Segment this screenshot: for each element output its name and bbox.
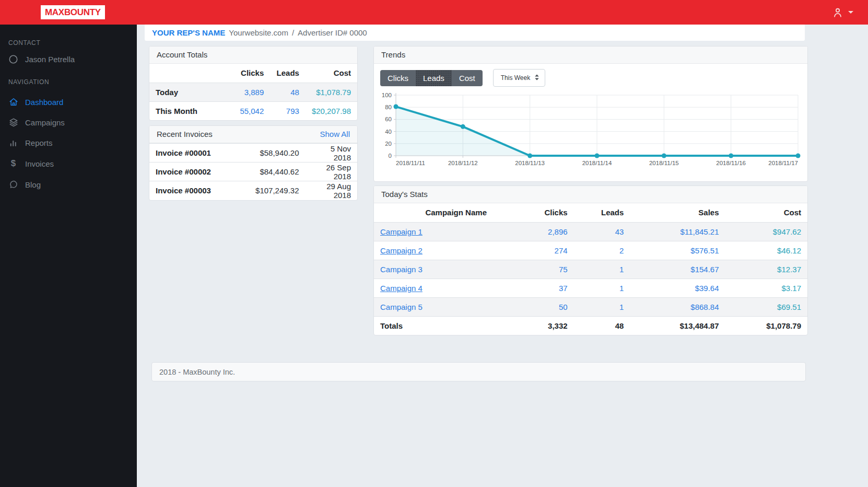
col-campaign-name: Campaign Name [374,203,538,222]
invoice-name[interactable]: Invoice #00003 [149,181,243,200]
month-cost[interactable]: $20,207.98 [306,101,357,120]
campaign-sales[interactable]: $11,845.21 [630,222,725,241]
invoice-row: Invoice #00003 $107,249.32 29 Aug 2018 [149,181,357,200]
campaign-cost[interactable]: $3.17 [725,279,807,297]
table-row-today: Today 3,889 48 $1,078.79 [149,83,357,101]
campaign-cost[interactable]: $46.12 [725,241,807,260]
todays-stats-header: Today's Stats [374,186,807,203]
campaign-row: Campaign 1 2,896 43 $11,845.21 $947.62 [374,222,807,241]
table-row-this-month: This Month 55,042 793 $20,207.98 [149,101,357,120]
svg-text:40: 40 [385,129,392,135]
card-title: Today's Stats [381,186,428,203]
svg-text:2018/11/11: 2018/11/11 [396,160,425,166]
campaign-link[interactable]: Campaign 5 [380,303,423,311]
col-leads: Leads [270,64,306,83]
campaign-clicks[interactable]: 37 [538,279,573,297]
campaign-clicks[interactable]: 2,896 [538,222,573,241]
layers-icon [8,118,18,127]
campaign-cost[interactable]: $947.62 [725,222,807,241]
user-menu-button[interactable] [832,0,853,25]
row-label: This Month [149,101,229,120]
sidebar-contact-rep[interactable]: Jason Petrella [8,55,137,64]
campaign-link[interactable]: Campaign 1 [380,227,423,236]
campaign-cost[interactable]: $69.51 [725,297,807,316]
account-totals-card: Account Totals Clicks Leads Cost Today 3… [149,46,358,121]
todays-stats-card: Today's Stats Campaign Name Clicks Leads… [373,185,808,335]
col-clicks: Clicks [538,203,573,222]
svg-text:2018/11/15: 2018/11/15 [649,160,679,166]
dollar-icon: $ [8,158,18,169]
row-label: Today [149,83,229,101]
invoice-name[interactable]: Invoice #00002 [149,163,243,181]
campaign-clicks[interactable]: 50 [538,297,573,316]
contact-section-label: CONTACT [8,39,137,47]
campaign-sales[interactable]: $154.67 [630,260,725,279]
sidebar-item-reports[interactable]: Reports [8,138,137,147]
invoice-name[interactable]: Invoice #00001 [149,144,243,163]
footer-text: 2018 - MaxBounty Inc. [159,368,235,376]
period-select[interactable]: This Week [493,69,545,87]
svg-text:2018/11/14: 2018/11/14 [582,160,612,166]
campaign-leads[interactable]: 1 [574,260,630,279]
recent-invoices-table: Invoice #00001 $58,940.20 5 Nov 2018 Inv… [149,143,357,200]
totals-sales: $13,484.87 [630,316,725,335]
card-title: Account Totals [157,47,207,63]
top-bar: MAXBOUNTY [0,0,868,25]
breadcrumb-rep-name[interactable]: YOUR REP'S NAME [152,28,225,37]
trends-body: Clicks Leads Cost This Week 020406080100… [374,64,807,173]
metric-toggle-group: Clicks Leads Cost [380,70,483,86]
invoice-row: Invoice #00002 $84,440.62 26 Sep 2018 [149,163,357,181]
today-cost[interactable]: $1,078.79 [306,83,357,101]
month-leads[interactable]: 793 [270,101,306,120]
invoice-amount: $107,249.32 [243,181,305,200]
sidebar-item-invoices[interactable]: $ Invoices [8,158,137,169]
today-leads[interactable]: 48 [270,83,306,101]
totals-clicks: 3,332 [538,316,573,335]
today-clicks[interactable]: 3,889 [229,83,270,101]
up-down-arrows-icon [534,74,539,83]
svg-text:0: 0 [389,153,392,159]
navigation-section-label: NAVIGATION [8,78,137,86]
campaign-cost[interactable]: $12.37 [725,260,807,279]
trends-chart[interactable]: 0204060801002018/11/112018/11/122018/11/… [380,92,801,173]
svg-text:80: 80 [385,104,392,110]
campaign-sales[interactable]: $576.51 [630,241,725,260]
invoice-row: Invoice #00001 $58,940.20 5 Nov 2018 [149,144,357,163]
month-clicks[interactable]: 55,042 [229,101,270,120]
trends-controls: Clicks Leads Cost This Week [380,69,801,87]
svg-text:2018/11/16: 2018/11/16 [716,160,746,166]
bar-chart-icon [8,138,18,147]
show-all-link[interactable]: Show All [320,126,350,143]
main-content: YOUR REP'S NAME Yourwebsite.com / Advert… [137,25,868,487]
sidebar-item-blog[interactable]: Blog [8,180,137,189]
campaign-sales[interactable]: $39.64 [630,279,725,297]
chevron-down-icon [848,11,853,14]
invoice-amount: $58,940.20 [243,144,305,163]
leads-toggle-button[interactable]: Leads [416,70,452,86]
campaign-clicks[interactable]: 274 [538,241,573,260]
recent-invoices-card: Recent Invoices Show All Invoice #00001 … [149,125,358,201]
cost-toggle-button[interactable]: Cost [452,70,483,86]
card-title: Recent Invoices [157,126,213,143]
campaign-row: Campaign 2 274 2 $576.51 $46.12 [374,241,807,260]
clicks-toggle-button[interactable]: Clicks [380,70,416,86]
campaign-clicks[interactable]: 75 [538,260,573,279]
campaign-sales[interactable]: $868.84 [630,297,725,316]
campaign-link[interactable]: Campaign 2 [380,246,423,255]
maxbounty-logo[interactable]: MAXBOUNTY [41,5,105,19]
avatar-circle-icon [8,55,18,64]
sidebar-item-dashboard[interactable]: Dashboard [8,97,137,107]
campaign-leads[interactable]: 2 [574,241,630,260]
campaign-leads[interactable]: 43 [574,222,630,241]
col-leads: Leads [574,203,630,222]
line-chart: 0204060801002018/11/112018/11/122018/11/… [380,92,801,171]
campaign-link[interactable]: Campaign 4 [380,284,423,293]
campaign-leads[interactable]: 1 [574,297,630,316]
sidebar-item-campaigns[interactable]: Campaigns [8,118,137,127]
card-title: Trends [381,47,405,63]
campaign-link[interactable]: Campaign 3 [380,265,423,274]
campaign-leads[interactable]: 1 [574,279,630,297]
sidebar: CONTACT Jason Petrella NAVIGATION Dashbo… [0,25,137,487]
invoice-date: 26 Sep 2018 [305,163,357,181]
invoice-date: 5 Nov 2018 [305,144,357,163]
